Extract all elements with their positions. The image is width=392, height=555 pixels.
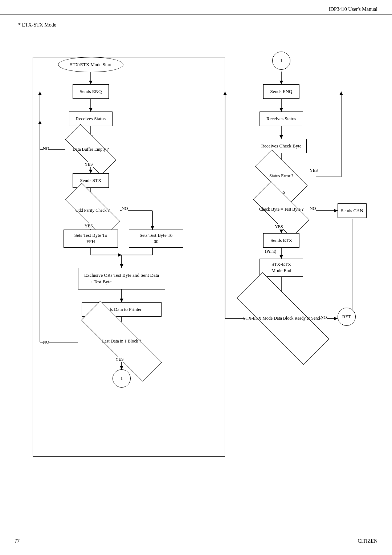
- svg-marker-36: [279, 108, 283, 112]
- yes-label-buffer: YES: [85, 162, 93, 167]
- svg-marker-43: [339, 92, 343, 95]
- no-label-check-byte: NO: [310, 206, 316, 211]
- test-byte-label: → Test Byte: [84, 279, 159, 285]
- sets-test-byte-ffh: Sets Test Byte To FFH: [64, 230, 118, 248]
- check-byte-test: Check Byte = Test Byte ?: [254, 197, 309, 222]
- no-label-odd-parity: NO: [122, 206, 128, 211]
- last-data-block: Last Data in 1 Block ?: [78, 328, 165, 355]
- status-error: Status Error ?: [256, 164, 307, 188]
- outer-box-left: [33, 57, 225, 457]
- sets-test-byte-00: Sets Test Byte To 00: [129, 230, 183, 248]
- receives-status-right: Receives Status: [260, 112, 303, 126]
- page-footer: 77 CITIZEN: [0, 538, 392, 544]
- svg-marker-34: [279, 81, 283, 84]
- yes-label-check-byte: YES: [275, 224, 283, 230]
- yes-label-last-data: YES: [115, 357, 124, 362]
- start-oval: STX/ETX Mode Start: [58, 57, 123, 72]
- page-number: 77: [15, 538, 20, 544]
- odd-parity-check: Odd Parity Check ?: [65, 199, 120, 222]
- svg-marker-49: [279, 230, 283, 233]
- sends-can: Sends CAN: [338, 203, 367, 218]
- circle-1-right: 1: [272, 52, 290, 70]
- ret-circle: RET: [338, 308, 356, 326]
- brand: CITIZEN: [358, 538, 377, 544]
- page-header: iDP3410 User's Manual: [0, 0, 392, 15]
- section-label: * ETX-STX Mode: [18, 22, 374, 28]
- svg-marker-47: [334, 209, 338, 212]
- stx-etx-mode-end: STX-ETX Mode End: [260, 259, 303, 277]
- sends-stx: Sends STX: [73, 173, 109, 188]
- data-buffer-empty: Data Buffer Empty ?: [65, 139, 116, 161]
- yes-label-odd-parity: YES: [85, 223, 93, 229]
- svg-marker-38: [279, 135, 283, 139]
- flowchart: 1 STX/ETX Mode Start Sends ENQ Sends ENQ…: [22, 32, 370, 489]
- receives-status-left: Receives Status: [69, 112, 113, 126]
- no-label-last-data: NO: [43, 340, 49, 345]
- sends-enq-right: Sends ENQ: [263, 84, 299, 99]
- sends-enq-left: Sends ENQ: [73, 84, 109, 99]
- no-label-data-buffer: NO: [43, 146, 49, 151]
- exclusive-ors: Exclusive ORs Test Byte and Sent Data → …: [78, 268, 165, 289]
- svg-marker-58: [334, 317, 338, 320]
- print-label: (Print): [265, 249, 276, 254]
- main-content: * ETX-STX Mode: [0, 15, 392, 497]
- sends-etx: Sends ETX: [263, 233, 299, 248]
- header-title: iDP3410 User's Manual: [329, 7, 377, 12]
- circle-1-left: 1: [113, 369, 131, 388]
- exclusive-ors-line1: Exclusive ORs Test Byte and Sent Data: [84, 272, 159, 279]
- stx-etx-mode-data: STX-ETX Mode Data Block Ready to Send ?: [236, 300, 330, 337]
- yes-label-status-error: YES: [310, 168, 318, 173]
- receives-check-byte: Receives Check Byte: [256, 139, 307, 153]
